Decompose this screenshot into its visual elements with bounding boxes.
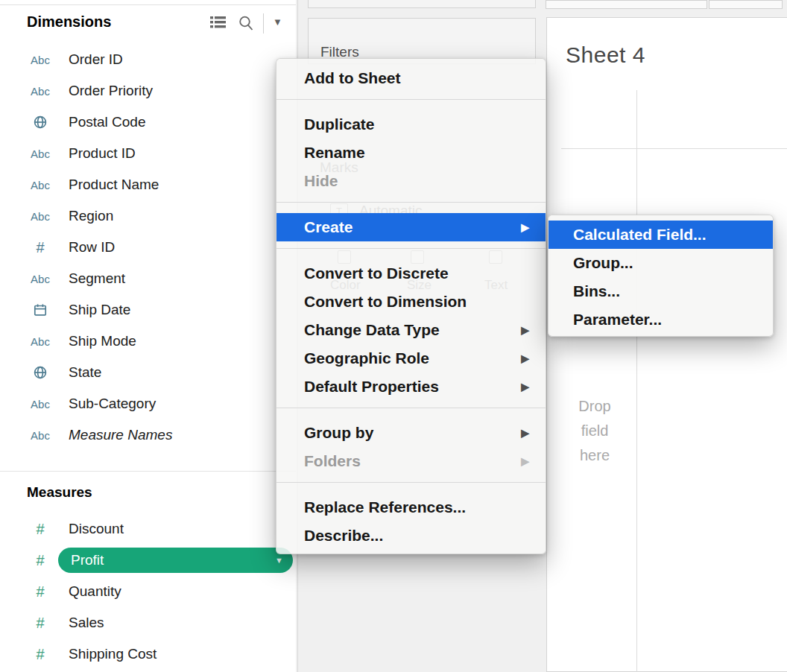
field-item[interactable]: Abc # Ship Date ▼ bbox=[0, 294, 296, 326]
field-item[interactable]: Abc # Order ID ▼ bbox=[0, 44, 296, 75]
submenu-arrow-icon: ▶ bbox=[521, 427, 529, 439]
field-pill: Quantity ▼ bbox=[58, 579, 296, 604]
header-divider bbox=[263, 13, 264, 34]
drop-field-hint[interactable]: Drop field here bbox=[569, 394, 621, 468]
columns-shelf[interactable] bbox=[546, 0, 707, 9]
submenu-item-label: Group... bbox=[573, 254, 633, 272]
submenu-item[interactable]: Group... ▶ bbox=[549, 249, 773, 277]
number-type-icon: # bbox=[22, 239, 58, 256]
submenu-item[interactable]: Calculated Field... ▶ bbox=[549, 221, 773, 249]
drop-hint-line: field bbox=[569, 419, 621, 443]
submenu-item[interactable]: Parameter... ▶ bbox=[549, 305, 773, 334]
pages-card[interactable] bbox=[308, 0, 536, 8]
filters-card[interactable]: Filters bbox=[308, 18, 536, 64]
field-item[interactable]: Abc # Profit ▼ bbox=[0, 545, 296, 576]
field-item[interactable]: Abc # Row ID ▼ bbox=[0, 232, 296, 263]
menu-item-label: Hide bbox=[304, 172, 338, 190]
field-item[interactable]: Abc # Sales ▼ bbox=[0, 607, 296, 638]
field-label: Sales bbox=[69, 615, 104, 631]
field-item[interactable]: Abc # Sub-Category bbox=[0, 388, 296, 419]
field-label: Region bbox=[69, 208, 113, 224]
menu-item-label: Add to Sheet bbox=[304, 69, 401, 87]
field-pill: Ship Mode ▼ bbox=[58, 329, 296, 354]
section-separator bbox=[0, 471, 296, 472]
menu-item-label: Convert to Discrete bbox=[304, 264, 449, 282]
field-pill: Product Name ▼ bbox=[58, 172, 296, 197]
menu-item[interactable]: Geographic Role ▶ bbox=[276, 344, 546, 373]
field-item[interactable]: Abc # Product Name bbox=[0, 169, 296, 200]
menu-item-label: Change Data Type bbox=[304, 321, 440, 339]
field-item[interactable]: Abc # Segment ▼ bbox=[0, 263, 296, 294]
field-item[interactable]: Abc # Discount ▼ bbox=[0, 513, 296, 545]
menu-item-label: Folders bbox=[304, 452, 361, 470]
pane-menu-caret-icon[interactable]: ▼ bbox=[273, 16, 282, 28]
menu-item[interactable]: Rename ▶ bbox=[276, 139, 546, 167]
field-label: Product Name bbox=[69, 177, 159, 193]
string-type-icon: Abc bbox=[22, 273, 58, 285]
menu-item[interactable]: Convert to Dimension ▶ bbox=[276, 288, 546, 316]
number-type-icon: # bbox=[22, 583, 58, 600]
submenu-item[interactable]: Bins... ▶ bbox=[549, 277, 773, 305]
field-label: Profit bbox=[71, 552, 104, 568]
field-item[interactable]: Abc # Quantity ▼ bbox=[0, 576, 296, 607]
field-pill: Discount ▼ bbox=[58, 516, 296, 542]
string-type-icon: Abc bbox=[22, 148, 58, 160]
field-item[interactable]: Abc # Region ▼ bbox=[0, 200, 296, 232]
field-label: Postal Code bbox=[69, 114, 146, 130]
menu-item[interactable]: Convert to Discrete ▶ bbox=[276, 259, 546, 288]
string-type-icon: Abc bbox=[22, 210, 58, 223]
worksheet-canvas[interactable]: Sheet 4 Drop field here bbox=[546, 17, 787, 672]
field-pill: Product ID ▼ bbox=[58, 141, 296, 166]
menu-separator bbox=[276, 401, 546, 419]
field-item[interactable]: Abc # Postal Code bbox=[0, 107, 296, 138]
search-icon[interactable] bbox=[238, 15, 255, 35]
field-pill: Order Priority ▼ bbox=[58, 78, 296, 104]
field-item[interactable]: Abc # Order Priority bbox=[0, 75, 296, 107]
measures-list: Abc # Discount ▼ Abc bbox=[0, 513, 296, 670]
field-label: Segment bbox=[69, 270, 125, 287]
submenu-arrow-icon: ▶ bbox=[521, 324, 529, 336]
field-context-menu: Add to Sheet ▶ Duplicate ▶ Rename ▶ Hide… bbox=[276, 58, 546, 554]
number-type-icon: # bbox=[22, 615, 58, 632]
menu-item[interactable]: Create ▶ bbox=[276, 213, 546, 241]
field-pill: Sales ▼ bbox=[58, 610, 296, 635]
field-pill: Segment ▼ bbox=[58, 266, 296, 291]
field-label: Ship Date bbox=[69, 302, 130, 318]
axis-divider-vertical bbox=[636, 90, 637, 672]
geographic-type-icon bbox=[22, 115, 58, 130]
field-item[interactable]: Abc # Ship Mode ▼ bbox=[0, 326, 296, 357]
menu-item[interactable]: Default Properties ▶ bbox=[276, 373, 546, 401]
field-label: Row ID bbox=[69, 239, 115, 256]
field-pill: Ship Date ▼ bbox=[58, 297, 296, 323]
field-label: Order Priority bbox=[69, 83, 153, 99]
field-item[interactable]: Abc # Product ID ▼ bbox=[0, 138, 296, 169]
menu-item-label: Describe... bbox=[304, 527, 383, 545]
field-label: Quantity bbox=[69, 583, 121, 600]
menu-item[interactable]: Duplicate ▶ bbox=[276, 110, 546, 139]
menu-item: Hide ▶ bbox=[276, 167, 546, 195]
rows-shelf[interactable] bbox=[709, 0, 783, 9]
menu-item[interactable]: Add to Sheet ▶ bbox=[276, 64, 546, 92]
menu-item-label: Group by bbox=[304, 424, 373, 442]
field-item[interactable]: Abc # Measure Names bbox=[0, 419, 296, 451]
menu-item[interactable]: Change Data Type ▶ bbox=[276, 316, 546, 344]
drop-hint-line: here bbox=[569, 443, 621, 468]
submenu-item-label: Bins... bbox=[573, 282, 620, 300]
submenu-arrow-icon: ▶ bbox=[521, 221, 529, 233]
menu-item[interactable]: Replace References... ▶ bbox=[276, 493, 546, 522]
field-item[interactable]: Abc # State ▼ bbox=[0, 357, 296, 388]
menu-item-label: Convert to Dimension bbox=[304, 293, 467, 311]
pill-dropdown-caret-icon[interactable]: ▼ bbox=[275, 556, 283, 565]
menu-item[interactable]: Group by ▶ bbox=[276, 419, 546, 447]
menu-item[interactable]: Describe... ▶ bbox=[276, 522, 546, 550]
field-label: Product ID bbox=[69, 145, 136, 162]
string-type-icon: Abc bbox=[22, 54, 58, 66]
dimensions-header: Dimensions ▼ bbox=[0, 12, 296, 37]
view-data-icon[interactable] bbox=[209, 15, 227, 33]
string-type-icon: Abc bbox=[22, 179, 58, 191]
menu-separator bbox=[276, 195, 546, 213]
field-item[interactable]: Abc # Shipping Cost ▼ bbox=[0, 638, 296, 670]
sheet-title: Sheet 4 bbox=[566, 42, 645, 68]
string-type-icon: Abc bbox=[22, 429, 58, 442]
submenu-arrow-icon: ▶ bbox=[521, 455, 529, 467]
